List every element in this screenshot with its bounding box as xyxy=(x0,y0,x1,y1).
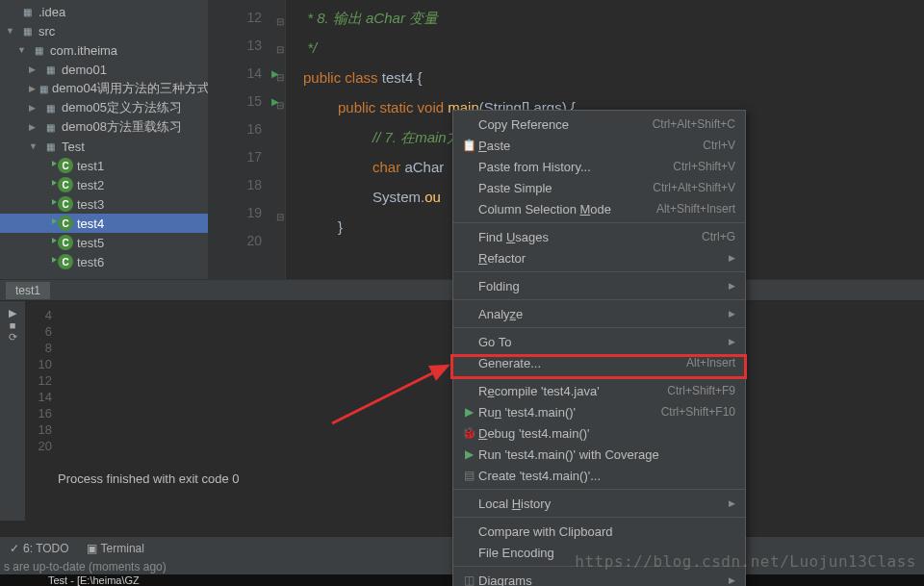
tree-item-class-selected[interactable]: test4 xyxy=(0,214,208,233)
fold-icon[interactable]: ⊟ xyxy=(274,91,286,119)
debug-icon: 🐞 xyxy=(459,426,478,440)
run-output-gutter: 468101214161820 xyxy=(29,307,58,521)
config-icon: ▤ xyxy=(459,469,478,482)
tree-item-class[interactable]: test5 xyxy=(0,233,208,252)
menu-compare-clipboard[interactable]: Compare with Clipboard xyxy=(453,521,745,542)
menu-create-run-config[interactable]: ▤Create 'test4.main()'... xyxy=(453,465,745,486)
menu-column-selection[interactable]: Column Selection ModeAlt+Shift+Insert xyxy=(453,198,745,219)
menu-paste[interactable]: 📋PasteCtrl+V xyxy=(453,135,745,156)
menu-folding[interactable]: Folding▶ xyxy=(453,275,745,296)
menu-paste-simple[interactable]: Paste SimpleCtrl+Alt+Shift+V xyxy=(453,177,745,198)
fold-icon[interactable]: ⊟ xyxy=(274,203,286,231)
tree-item-src[interactable]: ▼▦src xyxy=(0,21,208,40)
menu-analyze[interactable]: Analyze▶ xyxy=(453,303,745,324)
menu-copy-reference[interactable]: Copy ReferenceCtrl+Alt+Shift+C xyxy=(453,114,745,135)
tree-item-folder[interactable]: ▶▦demo08方法重载练习 xyxy=(0,117,208,137)
menu-debug[interactable]: 🐞Debug 'test4.main()' xyxy=(453,422,745,444)
fold-icon[interactable]: ⊟ xyxy=(274,64,286,91)
menu-recompile[interactable]: Recompile 'test4.java'Ctrl+Shift+F9 xyxy=(453,380,745,401)
editor-gutter: 121314151617181920 ▶ ▶ ⊟ ⊟ ⊟ ⊟ ⊟ xyxy=(209,0,286,279)
diagram-icon: ◫ xyxy=(459,573,478,586)
tree-item-test-folder[interactable]: ▼▦Test xyxy=(0,137,208,156)
run-tab[interactable]: test1 xyxy=(6,282,50,299)
todo-tab[interactable]: ✓ 6: TODO xyxy=(10,542,69,555)
menu-find-usages[interactable]: Find UsagesCtrl+G xyxy=(453,226,745,247)
menu-goto[interactable]: Go To▶ xyxy=(453,331,745,352)
menu-run[interactable]: ▶Run 'test4.main()'Ctrl+Shift+F10 xyxy=(453,401,745,422)
project-tree[interactable]: ▦.idea ▼▦src ▼▦com.itheima ▶▦demo01 ▶▦de… xyxy=(0,0,209,279)
terminal-tab[interactable]: ▣ Terminal xyxy=(87,542,144,555)
tree-item-class[interactable]: test1 xyxy=(0,156,208,175)
menu-diagrams[interactable]: ◫Diagrams▶ xyxy=(453,570,745,586)
tree-item-class[interactable]: test6 xyxy=(0,252,208,271)
tree-item-class[interactable]: test2 xyxy=(0,175,208,194)
tree-item-class[interactable]: test3 xyxy=(0,194,208,214)
tree-item-idea[interactable]: ▦.idea xyxy=(0,2,208,21)
menu-local-history[interactable]: Local History▶ xyxy=(453,493,745,514)
tree-item-package[interactable]: ▼▦com.itheima xyxy=(0,40,208,60)
fold-icon[interactable]: ⊟ xyxy=(274,36,286,64)
tree-item-folder[interactable]: ▶▦demo01 xyxy=(0,60,208,79)
menu-refactor[interactable]: Refactor▶ xyxy=(453,247,745,268)
run-icon: ▶ xyxy=(459,405,478,419)
run-toolbar[interactable]: ▶■⟳ xyxy=(0,301,25,521)
editor-context-menu[interactable]: Copy ReferenceCtrl+Alt+Shift+C 📋PasteCtr… xyxy=(452,110,746,586)
menu-paste-history[interactable]: Paste from History...Ctrl+Shift+V xyxy=(453,156,745,177)
menu-run-coverage[interactable]: ▶Run 'test4.main()' with Coverage xyxy=(453,444,745,465)
tree-item-folder[interactable]: ▶▦demo05定义方法练习 xyxy=(0,98,208,117)
tree-item-folder[interactable]: ▶▦demo04调用方法的三种方式 xyxy=(0,79,208,98)
paste-icon: 📋 xyxy=(459,139,478,152)
fold-icon[interactable]: ⊟ xyxy=(274,8,286,36)
coverage-icon: ▶ xyxy=(459,447,478,461)
watermark: https://blog.csdn.net/Luojun13Class xyxy=(575,552,916,571)
menu-generate[interactable]: Generate...Alt+Insert xyxy=(453,352,745,373)
